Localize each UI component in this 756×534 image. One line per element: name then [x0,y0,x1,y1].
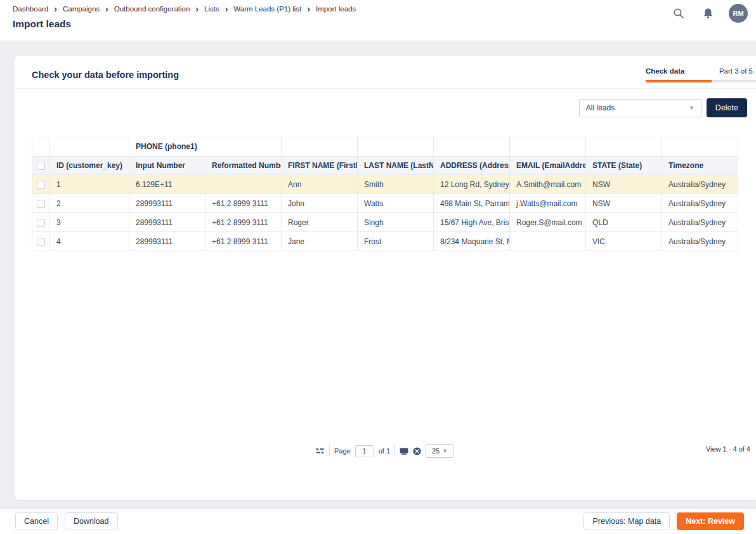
group-cell-empty [434,136,510,157]
breadcrumb-item[interactable]: Warm Leads (P1) list [233,5,301,13]
chevron-down-icon: ▼ [442,448,448,454]
cell-reformatted: +61 2 8999 3111 [205,213,282,232]
footer-action-bar: Cancel Download Previous: Map data Next:… [0,509,756,534]
card-header: Check your data before importing Check d… [14,56,756,89]
table-row: 3289993111+61 2 8999 3111RogerSingh15/67… [32,213,738,232]
cell-last: Watts [358,194,434,213]
leads-table: PHONE (phone1)ID (customer_key)Input Num… [32,136,738,251]
avatar[interactable]: RM [729,4,748,23]
cell-address: 12 Long Rd, Sydney [434,175,510,194]
group-cell-empty [662,136,738,157]
cell-input_number: 289993111 [129,194,205,213]
cell-input_number: 6.129E+11 [129,175,205,194]
page-title: Import leads [13,18,756,30]
table-head: PHONE (phone1)ID (customer_key)Input Num… [32,136,738,175]
next-button[interactable]: Next: Review [677,512,744,530]
column-header[interactable]: STATE (State) [586,157,662,175]
leads-filter-select[interactable]: All leads ▼ [579,99,701,117]
column-header[interactable]: ID (customer_key) [50,157,129,175]
chevron-right-icon: › [105,6,108,13]
row-checkbox[interactable] [37,219,45,227]
chevron-down-icon: ▼ [689,105,694,111]
row-checkbox[interactable] [37,238,45,246]
column-header[interactable]: Input Number [129,157,205,175]
cell-id: 1 [50,175,129,194]
column-header[interactable]: Reformatted Number [205,157,282,175]
group-header-row: PHONE (phone1) [32,136,738,157]
table-body: 16.129E+11AnnSmith12 Long Rd, SydneyA.Sm… [32,175,738,251]
progress-fill [646,80,712,82]
breadcrumb-item[interactable]: Outbound configuration [114,5,190,13]
row-checkbox-cell [32,213,50,232]
group-cell-empty [50,136,129,157]
cell-timezone: Australia/Sydney [662,213,738,232]
cell-state: QLD [586,213,662,232]
cell-email: Roger.S@mail.com [510,213,586,232]
table-wrap: PHONE (phone1)ID (customer_key)Input Num… [14,127,756,251]
cell-state: NSW [586,194,662,213]
breadcrumb-item[interactable]: Campaigns [63,5,100,13]
clear-icon[interactable] [413,447,421,455]
wizard-steps: Check data Part 3 of 5 [646,67,756,82]
column-header[interactable]: Timezone [662,157,738,175]
bell-icon[interactable] [700,5,716,22]
cell-input_number: 289993111 [129,232,205,251]
search-icon[interactable] [670,5,687,22]
group-cell-empty [32,136,50,157]
cancel-button[interactable]: Cancel [15,512,58,530]
cell-last: Singh [358,213,434,232]
keyboard-icon[interactable] [400,448,408,455]
cell-first: Roger [282,213,358,232]
column-header[interactable]: ADDRESS (Address) [434,157,510,175]
breadcrumb-item[interactable]: Dashboard [13,5,48,13]
row-checkbox-cell [32,194,50,213]
pager-divider [394,445,395,457]
page-number-input[interactable] [355,445,374,457]
page-size-value: 25 [432,447,440,455]
cell-email: j.Watts@mail.com [510,194,586,213]
cell-first: John [282,194,358,213]
step-indicator: Part 3 of 5 [719,67,753,75]
cell-first: Ann [282,175,358,194]
group-header-phone: PHONE (phone1) [129,136,282,157]
previous-button[interactable]: Previous: Map data [583,512,670,530]
breadcrumb-item[interactable]: Import leads [316,5,356,13]
column-header[interactable]: LAST NAME (LastName) [358,157,434,175]
cell-reformatted [205,175,282,194]
row-checkbox[interactable] [37,181,45,189]
tab-check-data[interactable]: Check data [646,67,684,75]
chevron-right-icon: › [225,6,228,13]
select-all-cell [32,157,50,175]
chevron-right-icon: › [195,6,199,13]
cell-timezone: Australia/Sydney [662,175,738,194]
chevron-right-icon: › [307,6,310,13]
column-header[interactable]: EMAIL (EmailAddress) [510,157,586,175]
row-checkbox-cell [32,175,50,194]
breadcrumb-item[interactable]: Lists [204,5,219,13]
table-toolbar: All leads ▼ Delete [14,89,756,127]
leads-filter-value: All leads [586,103,615,112]
cell-address: 8/234 Maquarie St, Me [434,232,510,251]
delete-button[interactable]: Delete [707,98,747,117]
main-card: Check your data before importing Check d… [14,56,756,500]
cell-reformatted: +61 2 8999 3111 [205,194,282,213]
select-all-checkbox[interactable] [37,162,45,170]
group-cell-empty [586,136,662,157]
page-size-select[interactable]: 25 ▼ [426,444,454,458]
footer-right-actions: Previous: Map data Next: Review [583,512,744,530]
cell-id: 4 [50,232,129,251]
table-row: 2289993111+61 2 8999 3111JohnWatts498 Ma… [32,194,738,213]
download-button[interactable]: Download [65,512,118,530]
row-checkbox[interactable] [37,200,45,208]
view-count: View 1 - 4 of 4 [706,445,750,453]
column-header[interactable]: FIRST NAME (FirstName) [282,157,358,175]
table-row: 4289993111+61 2 8999 3111JaneFrost8/234 … [32,232,738,251]
cell-timezone: Australia/Sydney [662,194,738,213]
pager-divider [329,445,330,457]
top-header: Dashboard›Campaigns›Outbound configurati… [0,0,756,41]
progress-track [646,80,756,82]
cell-input_number: 289993111 [129,213,205,232]
cell-address: 498 Main St, Parramatt [434,194,510,213]
pager-layout-icon[interactable] [316,447,325,455]
pager: Page of 1 25 ▼ [316,444,454,458]
